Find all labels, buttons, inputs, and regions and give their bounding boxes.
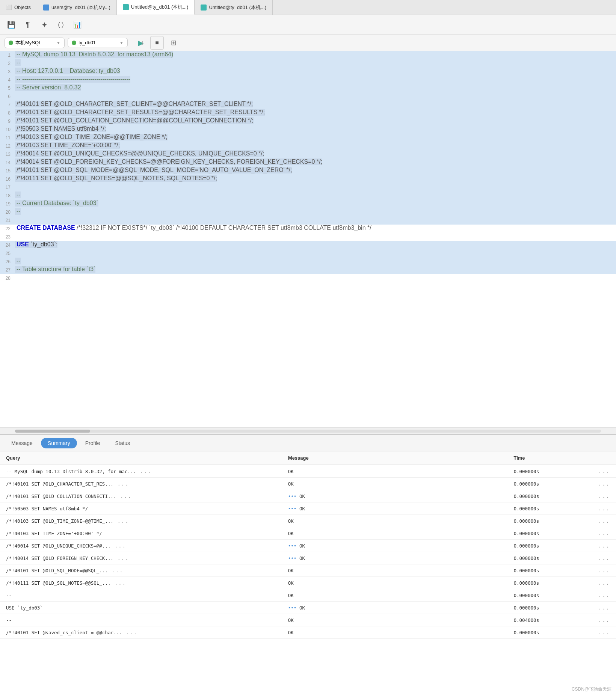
- table-row: /*!40014 SET @OLD_FOREIGN_KEY_CHECK... .…: [0, 552, 616, 564]
- action-dots[interactable]: ...: [598, 629, 610, 635]
- code-scroll[interactable]: 1-- MySQL dump 10.13 Distrib 8.0.32, for…: [0, 51, 616, 427]
- cell-actions[interactable]: ...: [592, 564, 616, 577]
- action-dots[interactable]: ...: [598, 468, 610, 474]
- action-dots[interactable]: ...: [598, 543, 610, 549]
- save-icon: 💾: [7, 21, 15, 29]
- line-number: 6: [0, 92, 15, 101]
- cell-actions[interactable]: ...: [592, 540, 616, 552]
- action-dots[interactable]: ...: [598, 605, 610, 611]
- tab-summary[interactable]: Summary: [41, 438, 77, 448]
- cell-actions[interactable]: ...: [592, 602, 616, 614]
- message-text: OK: [288, 593, 294, 598]
- format-button[interactable]: ¶: [21, 18, 35, 32]
- code-line: 4-- ------------------------------------…: [0, 76, 616, 84]
- cell-actions[interactable]: ...: [592, 515, 616, 527]
- cell-actions[interactable]: ...: [592, 527, 616, 540]
- db-dropdown[interactable]: ty_db01 ▼: [68, 38, 128, 47]
- horizontal-scrollbar[interactable]: [0, 427, 616, 434]
- action-dots[interactable]: ...: [598, 505, 610, 511]
- split-button[interactable]: ⊞: [167, 36, 180, 50]
- db-status-dot: [72, 41, 76, 45]
- tab-profile[interactable]: Profile: [79, 438, 107, 448]
- cell-actions[interactable]: ...: [592, 490, 616, 502]
- line-number: 20: [0, 208, 15, 216]
- query-dots[interactable]: ...: [116, 493, 132, 499]
- query-dots[interactable]: ...: [113, 555, 129, 561]
- code-line: 26--: [0, 258, 616, 266]
- line-number: 24: [0, 241, 15, 249]
- action-dots[interactable]: ...: [598, 493, 610, 499]
- cell-actions[interactable]: ...: [592, 502, 616, 515]
- message-text: OK: [299, 605, 305, 611]
- paren-button[interactable]: ( ): [54, 18, 68, 32]
- line-content: --: [15, 59, 21, 66]
- query-dots[interactable]: ...: [108, 567, 124, 573]
- magic-button[interactable]: ✦: [38, 18, 51, 32]
- action-dots[interactable]: ...: [598, 518, 610, 524]
- run-button[interactable]: ▶ |: [134, 36, 147, 50]
- action-dots[interactable]: ...: [598, 567, 610, 573]
- tab-message[interactable]: Message: [5, 438, 39, 448]
- editor-area: 1-- MySQL dump 10.13 Distrib 8.0.32, for…: [0, 51, 616, 434]
- query-text: /*!40103 SET TIME_ZONE='+00:00' */: [6, 531, 102, 536]
- action-dots[interactable]: ...: [598, 580, 610, 586]
- host-dropdown[interactable]: 本机MySQL ▼: [5, 38, 65, 48]
- cell-actions[interactable]: ...: [592, 589, 616, 602]
- table-row: /*!40101 SET @saved_cs_client = @@char..…: [0, 626, 616, 639]
- table-row: /*!40101 SET @OLD_COLLATION_CONNECTI... …: [0, 490, 616, 502]
- message-text: OK: [299, 493, 305, 499]
- stop-button[interactable]: ■: [150, 36, 164, 50]
- line-number: 3: [0, 68, 15, 76]
- code-line: 5-- Server version 8.0.32: [0, 84, 616, 92]
- tab-untitled1[interactable]: Untitled@ty_db01 (本机...): [117, 0, 195, 15]
- cell-actions[interactable]: ...: [592, 478, 616, 490]
- action-dots[interactable]: ...: [598, 481, 610, 487]
- time-text: 0.000000s: [513, 605, 539, 611]
- action-dots[interactable]: ...: [598, 555, 610, 561]
- tab-objects[interactable]: ⬜ Objects: [0, 0, 37, 15]
- tab-users[interactable]: users@ty_db01 (本机My...): [37, 0, 117, 15]
- scrollbar-track[interactable]: [15, 430, 601, 433]
- line-content: -- -------------------------------------…: [15, 76, 130, 83]
- result-table-container[interactable]: Query Message Time -- MySQL dump 10.13 D…: [0, 451, 616, 697]
- action-dots[interactable]: ...: [598, 530, 610, 536]
- query-dots[interactable]: ...: [110, 543, 126, 549]
- line-content: /*!40111 SET @OLD_SQL_NOTES=@@SQL_NOTES,…: [15, 175, 217, 182]
- cell-actions[interactable]: ...: [592, 465, 616, 478]
- time-text: 0.000000s: [513, 531, 539, 536]
- query-dots[interactable]: ...: [122, 629, 138, 635]
- line-content: /*!40101 SET @OLD_COLLATION_CONNECTION=@…: [15, 117, 254, 124]
- code-line: 12/*!40103 SET TIME_ZONE='+00:00' */;: [0, 142, 616, 150]
- tab-untitled2[interactable]: Untitled@ty_db01 (本机...): [195, 0, 273, 15]
- query-dots[interactable]: ...: [136, 468, 152, 474]
- action-dots[interactable]: ...: [598, 617, 610, 623]
- table-row: /*!40101 SET @OLD_CHARACTER_SET_RES... .…: [0, 478, 616, 490]
- table-row: -- OK0.004000s...: [0, 614, 616, 626]
- query-dots[interactable]: ...: [113, 518, 129, 524]
- cell-actions[interactable]: ...: [592, 626, 616, 639]
- col-actions: [592, 451, 616, 465]
- cell-time: 0.000000s: [507, 465, 592, 478]
- query-dots[interactable]: ...: [110, 580, 126, 586]
- cell-actions[interactable]: ...: [592, 552, 616, 564]
- action-dots[interactable]: ...: [598, 592, 610, 598]
- line-number: 16: [0, 175, 15, 183]
- cell-actions[interactable]: ...: [592, 577, 616, 589]
- code-line: 8/*!40101 SET @OLD_CHARACTER_SET_RESULTS…: [0, 109, 616, 117]
- main-container: 💾 ¶ ✦ ( ) 📊 本机MySQL ▼ ty_db01 ▼ ▶: [0, 15, 616, 697]
- cell-time: 0.000000s: [507, 564, 592, 577]
- col-time: Time: [507, 451, 592, 465]
- cell-query: /*!40111 SET @OLD_SQL_NOTES=@@SQL_... ..…: [0, 577, 282, 589]
- scrollbar-thumb[interactable]: [15, 430, 90, 433]
- cell-time: 0.000000s: [507, 626, 592, 639]
- code-line: 7/*!40101 SET @OLD_CHARACTER_SET_CLIENT=…: [0, 101, 616, 109]
- query-dots[interactable]: ...: [113, 481, 129, 487]
- cell-actions[interactable]: ...: [592, 614, 616, 626]
- save-button[interactable]: 💾: [5, 18, 18, 32]
- message-text: OK: [288, 518, 294, 524]
- tab-status[interactable]: Status: [108, 438, 137, 448]
- message-text: OK: [288, 469, 294, 474]
- chart-button[interactable]: 📊: [71, 18, 84, 32]
- line-content: /*!40014 SET @OLD_UNIQUE_CHECKS=@@UNIQUE…: [15, 150, 264, 157]
- cell-query: --: [0, 614, 282, 626]
